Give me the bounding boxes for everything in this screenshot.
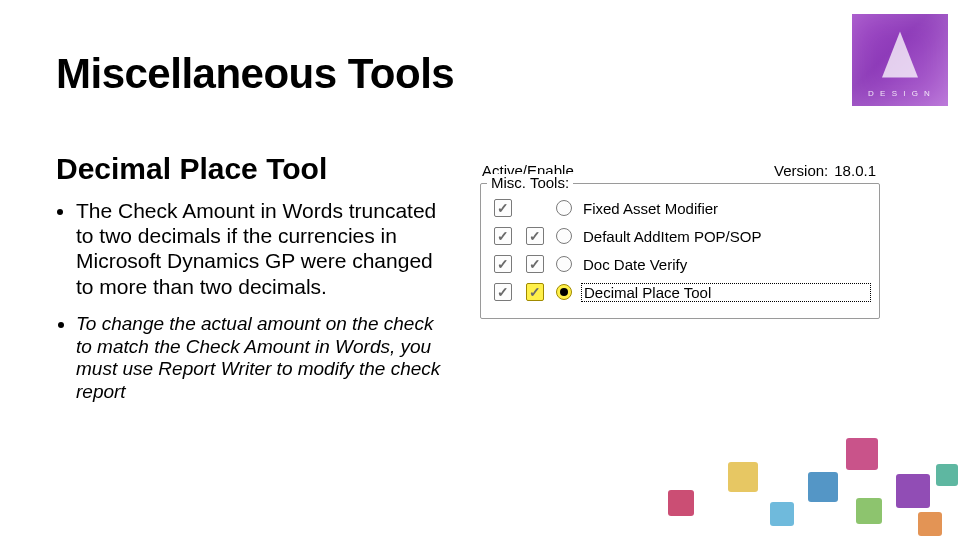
bullet-list: The Check Amount in Words truncated to t… — [56, 198, 446, 418]
decorative-square — [846, 438, 878, 470]
tool-row: Doc Date Verify — [489, 250, 871, 278]
decorative-square — [728, 462, 758, 492]
select-tool-radio[interactable] — [556, 228, 572, 244]
bullet-item: To change the actual amount on the check… — [76, 313, 446, 404]
enable-checkbox[interactable] — [526, 255, 544, 273]
version-label: Version: — [774, 162, 828, 179]
tool-row: Default AddItem POP/SOP — [489, 222, 871, 250]
decorative-square — [936, 464, 958, 486]
slide-title: Miscellaneous Tools — [56, 50, 454, 98]
tool-row: Decimal Place Tool — [489, 278, 871, 306]
decorative-square — [668, 490, 694, 516]
tool-label[interactable]: Decimal Place Tool — [581, 283, 871, 302]
section-subtitle: Decimal Place Tool — [56, 152, 327, 186]
select-tool-radio[interactable] — [556, 200, 572, 216]
tool-row: Fixed Asset Modifier — [489, 194, 871, 222]
decorative-square — [770, 502, 794, 526]
tool-label[interactable]: Doc Date Verify — [579, 256, 871, 273]
decorative-squares — [660, 420, 960, 540]
select-tool-radio[interactable] — [556, 284, 572, 300]
decorative-square — [896, 474, 930, 508]
misc-tools-group: Misc. Tools: Fixed Asset ModifierDefault… — [480, 183, 880, 319]
enable-checkbox[interactable] — [526, 283, 544, 301]
active-checkbox[interactable] — [494, 199, 512, 217]
decorative-square — [918, 512, 942, 536]
misc-tools-panel: Active/Enable Version: 18.0.1 Misc. Tool… — [480, 162, 880, 319]
active-checkbox[interactable] — [494, 283, 512, 301]
decorative-square — [856, 498, 882, 524]
select-tool-radio[interactable] — [556, 256, 572, 272]
enable-checkbox[interactable] — [526, 227, 544, 245]
active-checkbox[interactable] — [494, 255, 512, 273]
design-logo — [852, 14, 948, 106]
bullet-item: The Check Amount in Words truncated to t… — [76, 198, 446, 299]
version-value: 18.0.1 — [834, 162, 876, 179]
decorative-square — [808, 472, 838, 502]
tool-label[interactable]: Fixed Asset Modifier — [579, 200, 871, 217]
active-checkbox[interactable] — [494, 227, 512, 245]
tool-label[interactable]: Default AddItem POP/SOP — [579, 228, 871, 245]
group-title: Misc. Tools: — [487, 174, 573, 191]
